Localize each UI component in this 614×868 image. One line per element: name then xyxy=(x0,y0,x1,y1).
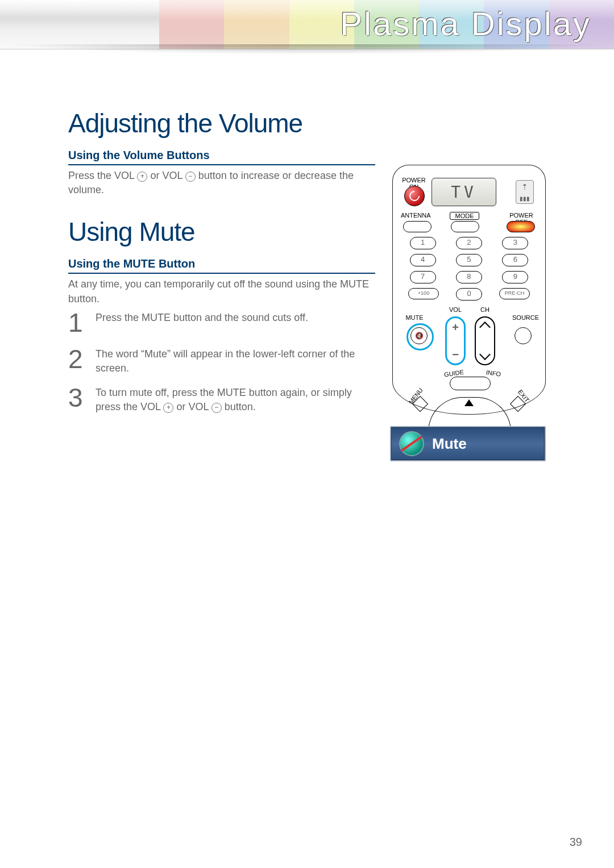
num-6: 6 xyxy=(502,254,528,266)
num-5: 5 xyxy=(456,254,482,266)
num-3: 3 xyxy=(502,237,528,249)
num-4: 4 xyxy=(410,254,436,266)
label-mode: MODE xyxy=(450,212,479,220)
source-button xyxy=(515,327,532,344)
volume-rocker: +− xyxy=(445,316,466,365)
manual-page: Plasma Display Adjusting the Volume Usin… xyxy=(0,0,614,868)
remote-lcd: TV xyxy=(432,178,496,206)
section-title-volume: Adjusting the Volume xyxy=(68,108,546,139)
vol-minus-icon: − xyxy=(211,403,222,413)
vol-plus-icon: + xyxy=(137,172,147,182)
subsection-volume-buttons: Using the Volume Buttons xyxy=(68,149,375,165)
signal-icon: ⇡▮▮▮ xyxy=(516,180,534,204)
num-9: 9 xyxy=(502,271,528,283)
label-source: SOURCE xyxy=(512,314,537,321)
power-off-button xyxy=(507,221,535,232)
page-number: 39 xyxy=(570,836,582,849)
num-7: 7 xyxy=(410,271,436,283)
vol-plus-icon: + xyxy=(163,403,173,413)
pre-ch-button: PRE-CH xyxy=(499,288,530,299)
remote-control-illustration: POWER ON TV ⇡▮▮▮ ANTENNA MODE POWER OFF … xyxy=(392,165,546,415)
channel-rocker xyxy=(475,316,495,365)
product-title: Plasma Display xyxy=(340,5,591,43)
mute-osd-icon xyxy=(399,431,424,456)
power-button-icon xyxy=(404,186,425,206)
label-antenna: ANTENNA xyxy=(401,212,429,219)
subsection-mute-button: Using the MUTE Button xyxy=(68,257,375,274)
mute-paragraph: At any time, you can temporarily cut off… xyxy=(68,277,375,306)
num-8: 8 xyxy=(456,271,482,283)
mute-osd-label: Mute xyxy=(432,435,467,453)
mute-button-icon: 🔇 xyxy=(410,327,428,344)
nav-up-icon xyxy=(464,399,474,406)
vol-minus-icon: − xyxy=(185,172,196,182)
num-1: 1 xyxy=(410,237,436,249)
label-vol: VOL xyxy=(446,306,464,313)
label-mute: MUTE xyxy=(403,314,426,321)
num-2: 2 xyxy=(456,237,482,249)
volume-paragraph: Press the VOL + or VOL − button to incre… xyxy=(68,169,375,197)
header-banner: Plasma Display xyxy=(0,0,614,49)
num-0: 0 xyxy=(456,288,482,301)
antenna-button xyxy=(403,221,432,232)
label-ch: CH xyxy=(476,306,494,313)
content-area: Adjusting the Volume Using the Volume Bu… xyxy=(68,108,546,425)
mute-osd-preview: Mute xyxy=(390,426,546,461)
guide-info-button xyxy=(450,377,491,390)
plus-100-button: +100 xyxy=(408,288,439,299)
mode-button xyxy=(451,221,479,232)
label-info: INFO xyxy=(486,369,501,378)
